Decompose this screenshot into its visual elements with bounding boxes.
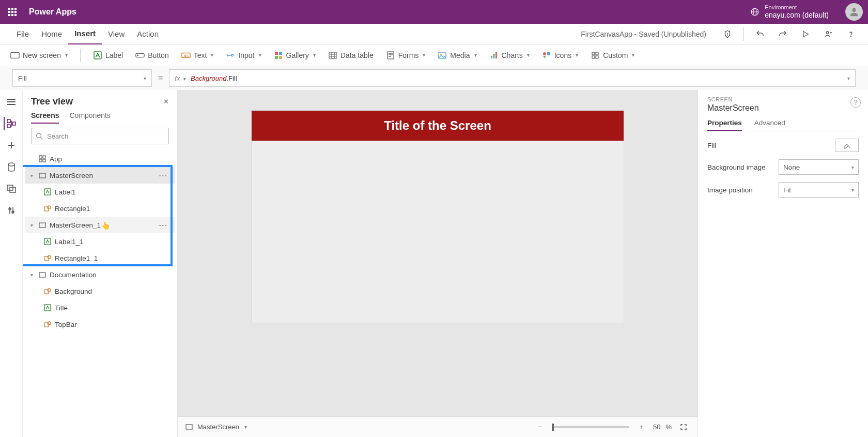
design-surface[interactable]: Title of the Screen [252,111,624,323]
more-icon[interactable]: ··· [159,221,171,229]
panel-help-icon[interactable]: ? [850,97,861,108]
tree-item-masterscreen-1[interactable]: ▾ MasterScreen_1 ··· 👆 [25,217,175,233]
tab-advanced[interactable]: Advanced [754,119,785,131]
input-button[interactable]: Input▾ [226,51,261,60]
chevron-down-icon[interactable]: ▾ [28,173,35,178]
svg-rect-26 [596,52,598,55]
datatable-button[interactable]: Data table [328,51,374,60]
shape-icon [43,254,52,262]
search-input[interactable]: Search [31,128,169,144]
svg-rect-24 [547,52,550,55]
avatar[interactable] [845,3,863,21]
svg-rect-38 [39,156,42,158]
tree-item-app[interactable]: App [25,150,175,167]
tree-view-icon[interactable] [4,117,17,130]
icons-button[interactable]: Icons▾ [542,51,578,60]
tree-item-rectangle1[interactable]: Rectangle1 [25,200,175,217]
chevron-down-icon: ▾ [851,164,854,170]
button-button[interactable]: Button [135,51,168,60]
svg-rect-48 [44,257,49,261]
app-status: FirstCanvasApp - Saved (Unpublished) [581,30,706,38]
fit-screen-icon[interactable] [677,420,690,434]
property-dropdown[interactable]: Fill ▾ [12,69,152,87]
forms-button[interactable]: Forms▾ [386,51,426,60]
prop-imgpos-label: Image position [707,186,753,194]
undo-icon[interactable] [753,27,767,41]
svg-rect-12 [275,52,278,55]
expand-formula-icon[interactable]: ▾ [847,76,850,81]
insert-icon[interactable] [5,139,18,152]
prop-fill-label: Fill [707,142,716,149]
chevron-down-icon[interactable]: ▾ [28,272,35,278]
waffle-icon[interactable] [5,5,20,19]
fx-icon: fx ▾ [175,74,185,82]
input-icon [226,51,235,60]
charts-button[interactable]: Charts▾ [489,51,530,60]
button-icon [135,51,145,60]
tree-item-masterscreen[interactable]: ▾ MasterScreen ··· [25,167,175,184]
icons-icon [542,51,551,60]
tab-components[interactable]: Components [69,111,110,124]
menu-file[interactable]: File [10,24,35,44]
chevron-down-icon[interactable]: ▾ [244,424,247,430]
hamburger-icon[interactable] [5,95,18,109]
close-icon[interactable]: ✕ [163,98,169,106]
menu-home[interactable]: Home [35,24,68,44]
chevron-down-icon[interactable]: ▾ [28,222,35,228]
screen-title-text: Title of the Screen [384,118,491,133]
equals-sign: = [158,73,163,83]
chevron-down-icon: ▾ [851,187,854,193]
menu-insert[interactable]: Insert [68,24,102,44]
tree-item-label1-1[interactable]: Label1_1 [25,233,175,250]
label-icon [43,304,52,312]
environment-name: enayu.com (default) [765,11,829,20]
svg-rect-15 [279,56,282,59]
form-icon [386,51,395,60]
tab-screens[interactable]: Screens [31,111,59,124]
gallery-button[interactable]: Gallery▾ [274,51,316,60]
bgimage-dropdown[interactable]: None▾ [779,159,859,175]
tree-item-topbar[interactable]: TopBar [25,316,175,333]
zoom-out-icon[interactable]: − [533,420,547,434]
help-icon[interactable] [844,27,858,41]
fill-color-swatch[interactable] [835,139,859,152]
tree-item-rectangle1-1[interactable]: Rectangle1_1 [25,250,175,266]
svg-rect-46 [39,223,45,228]
zoom-in-icon[interactable]: + [634,420,648,434]
more-icon[interactable]: ··· [159,172,171,179]
environment-selector[interactable]: Environment enayu.com (default) [765,4,829,20]
imgpos-dropdown[interactable]: Fit▾ [779,182,859,198]
svg-rect-44 [44,207,49,211]
share-icon[interactable] [822,27,835,41]
redo-icon[interactable] [776,27,789,41]
media-button[interactable]: Media▾ [438,51,476,60]
zoom-value: 50 [653,423,660,431]
formula-input[interactable]: fx ▾ Background.Fill ▾ [169,69,856,87]
tree-item-background[interactable]: Background [25,283,175,299]
panel-caption: SCREEN [707,96,859,102]
menu-view[interactable]: View [102,24,131,44]
tree-item-title[interactable]: Title [25,299,175,316]
tree-item-documentation[interactable]: ▾ Documentation [25,266,175,283]
tools-icon[interactable] [5,204,18,217]
data-icon[interactable] [5,160,18,174]
svg-rect-51 [44,290,49,294]
svg-point-55 [48,322,51,325]
app-checker-icon[interactable] [721,27,734,41]
svg-point-2 [852,8,856,12]
cursor-icon: 👆 [101,221,110,230]
media-panel-icon[interactable] [5,182,18,195]
screen-title-bar[interactable]: Title of the Screen [252,111,624,141]
zoom-slider[interactable] [552,426,629,428]
play-icon[interactable] [799,27,812,41]
tab-properties[interactable]: Properties [707,119,742,131]
new-screen-button[interactable]: New screen▾ [10,51,68,60]
tree-item-label1[interactable]: Label1 [25,184,175,200]
footer-screen-name[interactable]: MasterScreen [197,423,239,431]
menu-action[interactable]: Action [131,24,165,44]
label-button[interactable]: Label [93,51,123,60]
custom-button[interactable]: Custom▾ [591,51,634,60]
svg-point-45 [48,206,51,209]
screen-icon [185,423,193,431]
text-button[interactable]: abc Text▾ [181,51,214,60]
